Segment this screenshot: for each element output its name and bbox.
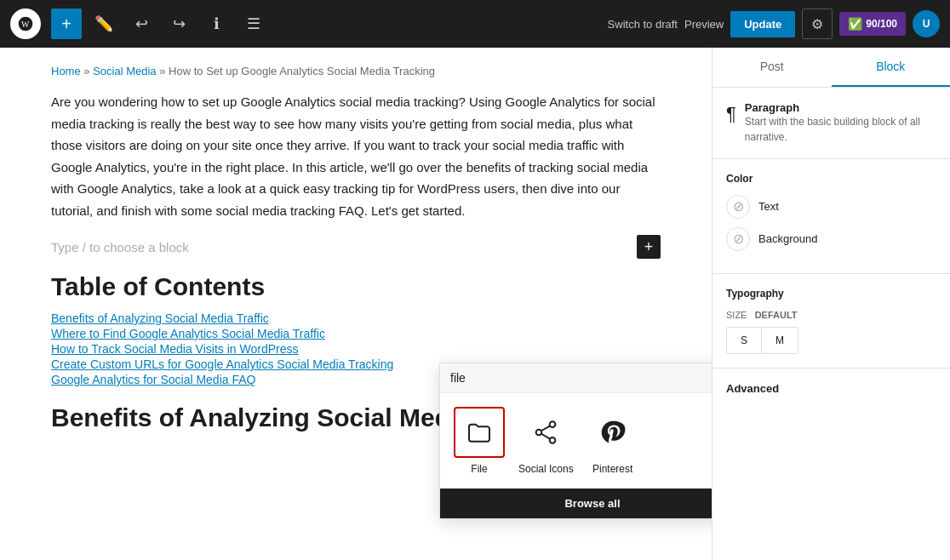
paragraph-block[interactable]: Are you wondering how to set up Google A… bbox=[51, 91, 661, 221]
size-text: SIZE bbox=[726, 310, 747, 320]
list-item: Benefits of Analyzing Social Media Traff… bbox=[51, 311, 661, 325]
yoast-seo-button[interactable]: ✅ 90/100 bbox=[839, 12, 906, 36]
text-color-swatch[interactable]: ⊘ bbox=[726, 195, 750, 219]
list-item: Where to Find Google Analytics Social Me… bbox=[51, 327, 661, 340]
type-to-add-block: Type / to choose a block + bbox=[51, 235, 661, 259]
background-color-swatch[interactable]: ⊘ bbox=[726, 227, 750, 251]
list-item: How to Track Social Media Visits in Word… bbox=[51, 342, 661, 356]
advanced-section: Advanced bbox=[712, 369, 950, 409]
breadcrumb-sep-1: » bbox=[83, 65, 89, 77]
list-view-button[interactable]: ☰ bbox=[238, 9, 269, 39]
toc-link-1[interactable]: Benefits of Analyzing Social Media Traff… bbox=[51, 311, 269, 325]
undo-button[interactable]: ↩ bbox=[126, 9, 157, 39]
svg-point-3 bbox=[536, 430, 542, 436]
add-block-inline-button[interactable]: + bbox=[637, 235, 661, 259]
settings-button[interactable]: ⚙ bbox=[802, 9, 833, 39]
tab-block[interactable]: Block bbox=[832, 48, 951, 87]
user-avatar[interactable]: U bbox=[913, 10, 940, 37]
main-layout: Home » Social Media » How to Set up Goog… bbox=[0, 48, 950, 560]
size-medium-button[interactable]: M bbox=[762, 328, 798, 353]
svg-line-6 bbox=[542, 434, 550, 438]
typography-section: Typography SIZE DEFAULT S M bbox=[712, 274, 950, 369]
search-result-social-icons[interactable]: Social Icons bbox=[518, 407, 574, 475]
background-color-label: Background bbox=[758, 232, 817, 245]
update-button[interactable]: Update bbox=[730, 11, 795, 37]
paragraph-info-section: ¶ Paragraph Start with the basic buildin… bbox=[712, 88, 950, 159]
toc-link-2[interactable]: Where to Find Google Analytics Social Me… bbox=[51, 327, 325, 340]
size-small-button[interactable]: S bbox=[727, 328, 762, 353]
add-block-toolbar-button[interactable]: + bbox=[51, 9, 82, 39]
social-icons-result-label: Social Icons bbox=[518, 463, 574, 475]
advanced-title: Advanced bbox=[726, 382, 936, 395]
wp-logo-icon[interactable]: W bbox=[10, 9, 41, 39]
size-default-label: DEFAULT bbox=[755, 310, 798, 320]
color-option-text: ⊘ Text bbox=[726, 195, 936, 219]
toc-heading: Table of Contents bbox=[51, 272, 661, 301]
yoast-icon: ✅ bbox=[848, 17, 862, 31]
toolbar: W + ✏️ ↩ ↪ ℹ ☰ Switch to draft Preview U… bbox=[0, 0, 950, 48]
toc-link-3[interactable]: How to Track Social Media Visits in Word… bbox=[51, 342, 298, 356]
paragraph-desc: Start with the basic building block of a… bbox=[745, 116, 920, 143]
type-placeholder-text: Type / to choose a block bbox=[51, 240, 189, 254]
file-result-icon bbox=[454, 407, 505, 458]
yoast-score: 90/100 bbox=[866, 18, 897, 30]
search-popup-header: × bbox=[440, 363, 712, 393]
search-result-file[interactable]: File bbox=[454, 407, 505, 475]
toc-link-5[interactable]: Google Analytics for Social Media FAQ bbox=[51, 373, 255, 386]
svg-text:W: W bbox=[21, 20, 30, 29]
typography-section-title: Typography bbox=[726, 288, 936, 300]
file-result-label: File bbox=[471, 463, 487, 475]
breadcrumb-sep-2: » bbox=[159, 65, 165, 77]
preview-button[interactable]: Preview bbox=[684, 18, 724, 31]
size-label: SIZE DEFAULT bbox=[726, 310, 936, 320]
block-search-input[interactable] bbox=[450, 371, 712, 385]
browse-all-button[interactable]: Browse all bbox=[440, 489, 712, 518]
redo-button[interactable]: ↪ bbox=[163, 9, 194, 39]
toc-link-4[interactable]: Create Custom URLs for Google Analytics … bbox=[51, 357, 393, 371]
search-result-pinterest[interactable]: Pinterest bbox=[587, 407, 638, 475]
color-section-title: Color bbox=[726, 173, 936, 185]
info-button[interactable]: ℹ bbox=[201, 9, 232, 39]
right-sidebar: Post Block ¶ Paragraph Start with the ba… bbox=[712, 48, 950, 560]
pinterest-result-label: Pinterest bbox=[592, 463, 632, 475]
paragraph-title: Paragraph bbox=[745, 101, 936, 114]
breadcrumb: Home » Social Media » How to Set up Goog… bbox=[51, 65, 661, 77]
size-buttons: S M bbox=[726, 327, 798, 354]
svg-point-4 bbox=[550, 437, 556, 443]
tab-post[interactable]: Post bbox=[712, 48, 832, 87]
svg-point-2 bbox=[550, 421, 556, 427]
search-popup-results: File Social Icons bbox=[440, 393, 712, 489]
editor-area: Home » Social Media » How to Set up Goog… bbox=[0, 48, 712, 560]
svg-line-5 bbox=[542, 426, 550, 431]
sidebar-tabs: Post Block bbox=[712, 48, 950, 88]
paragraph-description: Paragraph Start with the basic building … bbox=[745, 101, 936, 145]
switch-to-draft-button[interactable]: Switch to draft bbox=[608, 18, 678, 31]
breadcrumb-current: How to Set up Google Analytics Social Me… bbox=[169, 65, 435, 77]
breadcrumb-home-link[interactable]: Home bbox=[51, 65, 81, 77]
pinterest-result-icon bbox=[587, 407, 638, 458]
social-icons-result-icon bbox=[520, 407, 571, 458]
text-color-label: Text bbox=[758, 200, 779, 213]
breadcrumb-social-media-link[interactable]: Social Media bbox=[93, 65, 156, 77]
color-section: Color ⊘ Text ⊘ Background bbox=[712, 159, 950, 274]
paragraph-icon: ¶ bbox=[726, 103, 736, 125]
color-option-background: ⊘ Background bbox=[726, 227, 936, 251]
edit-icon-button[interactable]: ✏️ bbox=[89, 9, 119, 39]
block-search-popup: × File bbox=[439, 363, 712, 519]
